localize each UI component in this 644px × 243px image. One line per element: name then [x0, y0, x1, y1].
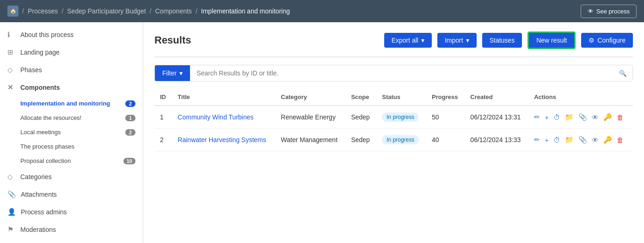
sidebar-item-attachments[interactable]: 📎 Attachments: [0, 186, 143, 203]
page-title: Results: [154, 34, 379, 46]
cell-scope: Sedep: [345, 129, 376, 151]
sidebar-label-landing: Landing page: [20, 49, 135, 56]
cell-created: 06/12/2024 13:31: [465, 106, 528, 129]
cell-progress: 50: [426, 106, 465, 129]
export-all-button[interactable]: Export all ▾: [384, 33, 432, 48]
sidebar-item-about[interactable]: ℹ About this process: [0, 26, 143, 44]
add-icon[interactable]: +: [545, 136, 549, 144]
results-header: Results Export all ▾ Import ▾ Statuses N…: [154, 31, 633, 49]
status-badge: In progress: [382, 112, 419, 122]
search-icon-button[interactable]: 🔍: [613, 66, 632, 81]
import-button[interactable]: Import ▾: [437, 33, 477, 48]
edit-icon[interactable]: ✏: [534, 113, 540, 121]
chevron-down-icon: ▾: [466, 37, 469, 44]
sidebar-sub-phases[interactable]: The process phases: [0, 139, 143, 154]
main-content: Results Export all ▾ Import ▾ Statuses N…: [143, 22, 644, 243]
eye-icon[interactable]: 👁: [592, 136, 599, 144]
cell-actions: ✏+⏱📁📎👁🔑🗑: [528, 106, 633, 129]
paperclip-icon[interactable]: 📎: [578, 136, 587, 144]
eye-icon[interactable]: 👁: [592, 113, 599, 121]
sidebar-label-categories: Categories: [20, 173, 135, 181]
breadcrumb-processes[interactable]: Processes: [28, 7, 58, 15]
sidebar-sub-impl[interactable]: Implementation and monitoring 2: [0, 96, 143, 111]
new-result-button[interactable]: New result: [527, 31, 576, 49]
col-scope: Scope: [345, 89, 376, 106]
delete-icon[interactable]: 🗑: [617, 136, 624, 144]
cell-scope: Sedep: [345, 106, 376, 129]
sidebar-sub-count-impl: 2: [125, 100, 135, 107]
col-category: Category: [276, 89, 346, 106]
sidebar-label-admins: Process admins: [21, 208, 135, 216]
sidebar-item-moderations[interactable]: ⚑ Moderations: [0, 221, 143, 238]
col-title: Title: [172, 89, 275, 106]
header-divider: [154, 56, 633, 57]
chevron-down-icon: ▾: [179, 69, 183, 77]
folder-icon[interactable]: 📁: [565, 136, 574, 144]
paperclip-icon[interactable]: 📎: [578, 113, 587, 121]
key-icon[interactable]: 🔑: [603, 136, 612, 144]
see-process-button[interactable]: 👁 See process: [581, 5, 637, 18]
folder-icon[interactable]: 📁: [565, 113, 574, 121]
sidebar-label-attachments: Attachments: [21, 191, 135, 198]
info-icon: ℹ: [7, 31, 16, 39]
flag-icon: ⚑: [7, 225, 16, 234]
configure-button[interactable]: ⚙ Configure: [581, 33, 633, 48]
statuses-button[interactable]: Statuses: [482, 33, 522, 48]
topbar: 🏠 / Processes / Sedep Participatory Budg…: [0, 0, 644, 22]
edit-icon[interactable]: ✏: [534, 136, 540, 144]
sidebar-sub-label-alloc: Allocate the resources!: [20, 114, 125, 121]
sidebar-label-phases: Phases: [20, 66, 135, 74]
diamond-icon: ◇: [7, 66, 16, 74]
breadcrumb-components[interactable]: Components: [155, 7, 191, 15]
cell-category: Water Management: [276, 129, 346, 151]
layout: ℹ About this process ⊞ Landing page ◇ Ph…: [0, 22, 644, 243]
sidebar-sub-proposal[interactable]: Proposal collection 10: [0, 154, 143, 168]
sidebar-sub-count-local: 2: [125, 129, 135, 136]
table-row: 2 Rainwater Harvesting Systems Water Man…: [154, 129, 633, 151]
cell-status: In progress: [376, 106, 426, 129]
search-input[interactable]: [190, 65, 613, 81]
clock-icon[interactable]: ⏱: [553, 136, 560, 144]
col-progress: Progress: [426, 89, 465, 106]
add-icon[interactable]: +: [545, 113, 549, 121]
cell-status: In progress: [376, 129, 426, 151]
breadcrumb-current: Implementation and monitoring: [201, 7, 290, 15]
search-icon: 🔍: [619, 70, 627, 77]
clock-icon[interactable]: ⏱: [553, 113, 560, 121]
col-status: Status: [376, 89, 426, 106]
breadcrumb-sedep[interactable]: Sedep Participatory Budget: [67, 7, 146, 15]
home-icon[interactable]: 🏠: [7, 6, 18, 17]
attachment-icon: 📎: [7, 190, 16, 199]
cell-id: 2: [154, 129, 172, 151]
col-actions: Actions: [528, 89, 633, 106]
gear-icon: ⚙: [589, 37, 595, 44]
sidebar-item-landing[interactable]: ⊞ Landing page: [0, 44, 143, 61]
status-badge: In progress: [382, 135, 419, 144]
category-icon: ◇: [7, 173, 16, 181]
result-link-2[interactable]: Rainwater Harvesting Systems: [178, 136, 266, 143]
cell-actions: ✏+⏱📁📎👁🔑🗑: [528, 129, 633, 151]
sidebar-sub-alloc[interactable]: Allocate the resources! 1: [0, 111, 143, 125]
sidebar-label-components: Components: [20, 84, 60, 91]
cell-title: Community Wind Turbines: [172, 106, 275, 129]
sidebar-item-components[interactable]: ✕ Components: [0, 79, 143, 96]
eye-icon: 👁: [588, 8, 594, 15]
breadcrumb: 🏠 / Processes / Sedep Participatory Budg…: [7, 6, 290, 17]
sidebar-sub-local[interactable]: Local meetings 2: [0, 125, 143, 139]
sidebar-item-admins[interactable]: 👤 Process admins: [0, 203, 143, 221]
key-icon[interactable]: 🔑: [603, 113, 612, 121]
sidebar-sub-count-alloc: 1: [125, 115, 135, 121]
filter-button[interactable]: Filter ▾: [155, 65, 190, 81]
sidebar-sub-label-proposal: Proposal collection: [20, 157, 123, 164]
delete-icon[interactable]: 🗑: [617, 113, 624, 121]
grid-icon: ⊞: [7, 48, 16, 56]
result-link-1[interactable]: Community Wind Turbines: [178, 113, 253, 121]
cell-title: Rainwater Harvesting Systems: [172, 129, 275, 151]
user-icon: 👤: [7, 208, 16, 216]
sidebar-item-phases[interactable]: ◇ Phases: [0, 61, 143, 79]
sidebar-sub-label-impl: Implementation and monitoring: [20, 100, 125, 107]
sidebar-sub-label-phases: The process phases: [20, 143, 135, 150]
sidebar: ℹ About this process ⊞ Landing page ◇ Ph…: [0, 22, 143, 243]
sidebar-item-categories[interactable]: ◇ Categories: [0, 168, 143, 186]
cell-id: 1: [154, 106, 172, 129]
